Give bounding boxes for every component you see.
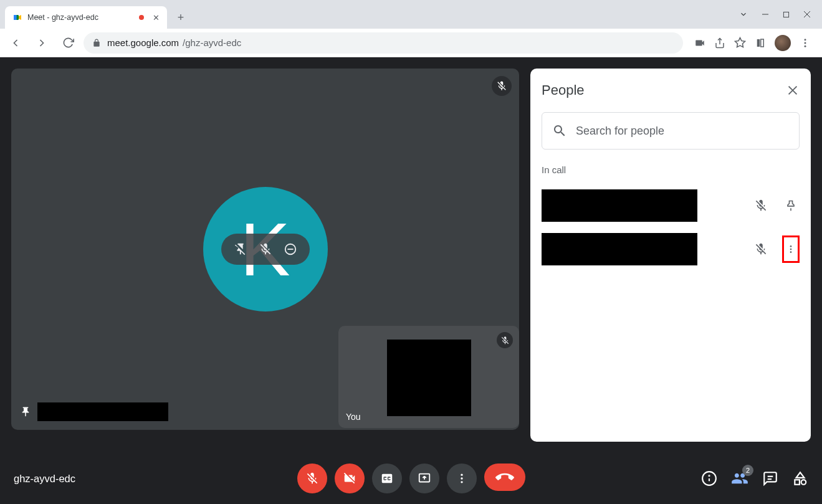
mute-participant-icon[interactable]	[259, 242, 272, 256]
svg-point-21	[461, 474, 462, 476]
svg-point-11	[805, 42, 806, 44]
hangup-button[interactable]	[484, 464, 525, 491]
close-panel-icon[interactable]	[786, 83, 800, 97]
meet-favicon	[12, 12, 22, 22]
close-tab-icon[interactable]: ✕	[153, 13, 160, 22]
right-controls: 2	[701, 470, 808, 487]
self-view-tile[interactable]: You	[338, 326, 519, 428]
browser-menu-icon[interactable]	[800, 37, 811, 49]
address-bar[interactable]: meet.google.com/ghz-ayvd-edc	[84, 32, 683, 54]
participant-hover-controls	[221, 234, 310, 265]
reload-button[interactable]	[57, 32, 79, 54]
search-people-input[interactable]: Search for people	[542, 112, 800, 150]
close-window-icon[interactable]	[803, 11, 811, 18]
center-controls	[297, 464, 525, 493]
new-tab-button[interactable]: +	[172, 9, 189, 26]
pin-person-icon[interactable]	[782, 199, 800, 212]
self-muted-icon	[497, 332, 513, 348]
maximize-icon[interactable]	[783, 11, 790, 18]
reading-list-icon[interactable]	[755, 37, 766, 49]
back-button[interactable]	[5, 32, 26, 54]
pinned-indicator	[20, 402, 168, 421]
url-path: /ghz-ayvd-edc	[183, 37, 241, 48]
share-icon[interactable]	[714, 37, 725, 49]
meet-app: K You People	[0, 57, 822, 504]
bookmark-icon[interactable]	[734, 37, 746, 49]
present-button[interactable]	[409, 464, 439, 493]
svg-point-22	[461, 477, 462, 479]
meeting-code: ghz-ayvd-edc	[14, 473, 75, 485]
browser-tab[interactable]: Meet - ghz-ayvd-edc ✕	[5, 6, 167, 29]
person-name-redacted	[542, 189, 697, 222]
people-count-badge: 2	[742, 465, 753, 476]
captions-button[interactable]	[372, 464, 402, 493]
svg-rect-9	[761, 39, 764, 47]
chat-icon[interactable]	[762, 470, 778, 487]
search-placeholder: Search for people	[576, 125, 664, 138]
profile-avatar[interactable]	[775, 35, 791, 51]
recording-indicator-icon	[139, 15, 144, 20]
minimize-icon[interactable]	[762, 11, 769, 18]
svg-point-31	[801, 480, 806, 485]
svg-point-23	[461, 481, 462, 483]
unpin-icon[interactable]	[234, 242, 247, 256]
svg-rect-1	[14, 15, 17, 20]
svg-point-12	[805, 45, 806, 47]
person-name-redacted	[542, 233, 697, 265]
svg-rect-3	[783, 12, 788, 17]
camera-toggle-button[interactable]	[335, 464, 365, 493]
browser-toolbar: meet.google.com/ghz-ayvd-edc	[0, 29, 822, 57]
browser-tab-strip: Meet - ghz-ayvd-edc ✕ +	[0, 0, 822, 29]
self-video-redacted	[387, 340, 471, 416]
participant-avatar: K	[203, 187, 328, 311]
meeting-details-icon[interactable]	[701, 470, 717, 487]
mic-toggle-button[interactable]	[297, 464, 327, 493]
people-panel: People Search for people In call	[530, 69, 811, 442]
participant-name-redacted	[37, 402, 168, 421]
url-host: meet.google.com	[107, 37, 179, 48]
person-row	[542, 188, 800, 224]
activities-icon[interactable]	[792, 470, 808, 487]
more-options-button[interactable]	[447, 464, 477, 493]
self-label: You	[346, 412, 361, 422]
camera-indicator-icon[interactable]	[694, 37, 705, 49]
chevron-down-icon[interactable]	[739, 10, 748, 19]
window-controls	[739, 0, 822, 29]
person-muted-icon[interactable]	[752, 242, 770, 256]
people-icon[interactable]: 2	[731, 470, 748, 487]
video-area: K You	[0, 57, 530, 504]
participant-muted-icon	[492, 76, 512, 96]
svg-point-26	[709, 475, 709, 476]
remove-participant-icon[interactable]	[284, 242, 297, 256]
forward-button[interactable]	[31, 32, 52, 54]
panel-title: People	[542, 82, 585, 98]
svg-rect-8	[757, 39, 760, 47]
person-row	[542, 231, 800, 267]
call-controls-bar: ghz-ayvd-edc 2	[0, 453, 822, 504]
in-call-label: In call	[542, 164, 800, 175]
search-icon	[552, 123, 567, 138]
svg-point-19	[790, 251, 792, 253]
person-muted-icon[interactable]	[752, 199, 770, 212]
svg-point-18	[790, 249, 792, 250]
svg-point-17	[790, 245, 792, 247]
svg-rect-30	[795, 480, 800, 485]
person-more-actions-icon[interactable]	[782, 235, 800, 263]
svg-point-10	[805, 39, 806, 40]
tab-title: Meet - ghz-ayvd-edc	[27, 13, 98, 22]
svg-marker-29	[796, 472, 805, 478]
svg-marker-7	[735, 38, 745, 47]
lock-icon	[92, 39, 101, 47]
